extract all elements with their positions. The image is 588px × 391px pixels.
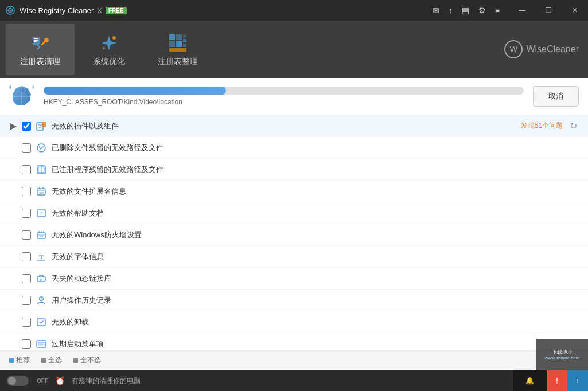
svg-point-45 (41, 298, 42, 299)
category-label-10: 无效的卸载 (52, 317, 579, 327)
category-label-9: 用户操作历史记录 (52, 295, 579, 306)
deselect-all-button[interactable]: 全不选 (73, 355, 101, 365)
category-checkbox-10[interactable] (22, 318, 31, 327)
category-label-1: 无效的插件以及组件 (52, 121, 514, 131)
brand-name: WiseCleaner (526, 44, 579, 54)
app-title: Wise Registry Cleaner (20, 6, 94, 15)
svg-rect-28 (38, 127, 41, 128)
recommend-button[interactable]: 推荐 (9, 355, 30, 365)
tab-system-optimize[interactable]: 系统优化 (75, 24, 143, 75)
minimize-button[interactable]: — (509, 0, 535, 21)
progress-content: HKEY_CLASSES_ROOT\Kind.Video\location (44, 87, 524, 106)
statusbar: OFF ⏰ 有规律的清理你的电脑 🔔 ! i (0, 370, 588, 391)
category-checkbox-6[interactable] (22, 230, 31, 240)
tab-registry-defrag[interactable]: 注册表整理 (143, 24, 212, 75)
category-icon-8 (36, 273, 47, 284)
list-item[interactable]: ▶ 已注册程序残留的无效路径及文件 (0, 159, 588, 181)
menu-icon[interactable]: ≡ (495, 6, 500, 15)
expand-icon[interactable]: ▶ (9, 122, 17, 130)
svg-rect-10 (169, 34, 175, 40)
category-label-5: 无效的帮助文档 (52, 208, 579, 218)
svg-point-7 (44, 38, 49, 42)
category-icon-2 (36, 142, 47, 154)
titlebar: Wise Registry Cleaner X FREE ✉ ↑ ▤ ⚙ ≡ —… (0, 0, 588, 21)
category-checkbox-2[interactable] (22, 143, 31, 153)
category-icon-11 (36, 338, 47, 350)
window-controls: ✉ ↑ ▤ ⚙ ≡ — ❐ ✕ (433, 0, 588, 21)
recommend-label: 推荐 (16, 355, 30, 365)
progress-path-text: HKEY_CLASSES_ROOT\Kind.Video\location (44, 98, 524, 106)
category-checkbox-3[interactable] (22, 165, 31, 174)
svg-rect-40 (37, 233, 45, 238)
system-optimize-icon (98, 32, 120, 54)
svg-rect-48 (38, 342, 45, 343)
category-icon-7: T (36, 251, 47, 263)
category-checkbox-5[interactable] (22, 209, 31, 218)
svg-rect-50 (38, 345, 42, 346)
category-icon-3 (36, 164, 47, 175)
svg-point-8 (112, 36, 116, 40)
category-label-7: 无效的字体信息 (52, 252, 579, 262)
list-item[interactable]: ▶ 已删除文件残留的无效路径及文件 (0, 137, 588, 159)
schedule-toggle[interactable] (7, 376, 29, 386)
scanning-globe-icon (9, 84, 34, 109)
category-checkbox-11[interactable] (22, 339, 31, 349)
category-icon-10 (36, 316, 47, 328)
category-icon-9 (36, 295, 47, 306)
category-icon-6 (36, 229, 47, 241)
upload-icon[interactable]: ↑ (449, 6, 453, 15)
app-icon (5, 5, 16, 16)
category-checkbox-9[interactable] (22, 296, 31, 305)
brand-logo: W WiseCleaner (504, 40, 579, 58)
deselect-all-label: 全不选 (80, 355, 101, 365)
list-item[interactable]: ▶ 丢失的动态链接库 (0, 268, 588, 290)
tab-system-optimize-label: 系统优化 (93, 57, 125, 67)
registry-defrag-icon (166, 32, 189, 54)
svg-rect-4 (34, 38, 38, 39)
svg-rect-13 (176, 41, 182, 47)
category-checkbox-8[interactable] (22, 274, 31, 283)
list-item[interactable]: ▶ 无效的Windows防火墙设置 (0, 224, 588, 246)
svg-rect-42 (37, 260, 45, 261)
alert-icon[interactable]: ! (547, 370, 567, 391)
settings-icon[interactable]: ⚙ (478, 6, 486, 15)
info-icon[interactable]: i (567, 370, 588, 391)
cancel-button[interactable]: 取消 (533, 86, 579, 107)
toggle-state-label: OFF (37, 378, 48, 384)
message-icon[interactable]: ▤ (462, 6, 469, 15)
title-icons: ✉ ↑ ▤ ⚙ ≡ (433, 6, 500, 15)
bottom-toolbar: 推荐 全选 全不选 (0, 350, 588, 370)
close-button[interactable]: ✕ (562, 0, 588, 21)
svg-rect-27 (38, 125, 42, 126)
category-label-8: 丢失的动态链接库 (52, 273, 579, 284)
restore-button[interactable]: ❐ (535, 0, 562, 21)
progress-area: HKEY_CLASSES_ROOT\Kind.Video\location 取消 (0, 78, 588, 115)
list-item[interactable]: ▶ T 无效的字体信息 (0, 246, 588, 268)
notification-icon[interactable]: 🔔 (512, 370, 547, 391)
tab-registry-defrag-label: 注册表整理 (158, 57, 198, 67)
list-item[interactable]: ▶ 用户操作历史记录 (0, 290, 588, 311)
list-item[interactable]: ▶ ! 无效的插件以及组件 发现51个问题 ↻ (0, 115, 588, 137)
brand-circle-icon: W (504, 40, 523, 58)
list-item[interactable]: ▶ ext 无效的文件扩展名信息 (0, 181, 588, 202)
mail-icon[interactable]: ✉ (433, 6, 439, 15)
svg-rect-11 (176, 34, 182, 40)
tab-registry-clean[interactable]: 注册表清理 (6, 24, 75, 75)
category-icon-5: ? (36, 208, 47, 219)
svg-rect-15 (183, 39, 186, 42)
category-checkbox-4[interactable] (22, 187, 31, 196)
list-item[interactable]: ▶ ? 无效的帮助文档 (0, 202, 588, 224)
svg-text:T: T (39, 253, 44, 260)
app-version: X (97, 6, 102, 15)
list-item[interactable]: ▶ 过期启动菜单项 (0, 333, 588, 350)
list-item[interactable]: ▶ 无效的卸载 (0, 311, 588, 333)
registry-clean-icon (29, 32, 52, 54)
select-all-button[interactable]: 全选 (41, 355, 62, 365)
svg-rect-32 (39, 146, 40, 147)
category-label-2: 已删除文件残留的无效路径及文件 (52, 143, 579, 153)
category-checkbox-1[interactable] (22, 122, 31, 131)
category-icon-4: ext (36, 186, 47, 197)
svg-rect-26 (38, 124, 42, 125)
category-checkbox-7[interactable] (22, 252, 31, 261)
svg-rect-49 (38, 343, 45, 345)
